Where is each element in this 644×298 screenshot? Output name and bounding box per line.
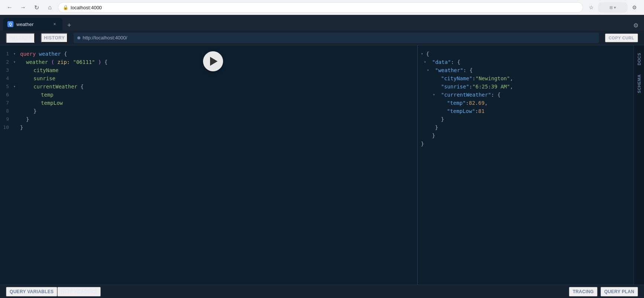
resp-line-close-cw: } xyxy=(418,115,634,123)
reload-button[interactable]: ↻ xyxy=(31,2,42,13)
resp-line-data-fold: ▾ "data" : { xyxy=(418,58,634,66)
resp-sep-3: : xyxy=(466,99,469,107)
fold-arrow-5[interactable]: ▾ xyxy=(13,82,19,91)
bottom-bar-right: TRACING QUERY PLAN xyxy=(569,287,638,297)
fold-arrow-1[interactable]: ▾ xyxy=(13,50,19,58)
resp-key-cityname: "cityName" xyxy=(441,74,472,82)
resp-key-data: "data" xyxy=(432,58,451,66)
resp-line-weather-fold: ▾ "weather" : { xyxy=(418,66,634,74)
brace-2: { xyxy=(104,59,107,65)
code-content-7: tempLow xyxy=(19,99,417,107)
brace-close-8: } xyxy=(33,108,36,114)
field-weather: weather xyxy=(26,59,48,65)
resp-fold-arrow[interactable]: ▾ xyxy=(421,50,426,58)
resp-val-cityname: "Newington" xyxy=(476,74,510,82)
query-variables-tab[interactable]: QUERY VARIABLES xyxy=(6,287,57,297)
schema-tab[interactable]: SCHEMA xyxy=(635,70,644,98)
resp-key-sunrise: "sunrise" xyxy=(441,82,469,91)
prettify-button[interactable]: PRETTIFY xyxy=(6,33,35,43)
execute-query-button[interactable] xyxy=(203,51,223,71)
field-sunrise: sunrise xyxy=(33,75,55,81)
tab-favicon: Q xyxy=(7,21,13,27)
resp-line-temp: "temp" : 82.69 , xyxy=(418,99,634,107)
line-num-8: 8 xyxy=(0,107,13,115)
resp-line-cityname: "cityName" : "Newington" , xyxy=(418,74,634,82)
line-num-2: 2 xyxy=(0,58,13,66)
resp-line-close-weather: } xyxy=(418,123,634,132)
resp-line-cw: ▾ "currentWeather" : { xyxy=(418,91,634,99)
bookmark-button[interactable]: ☆ xyxy=(586,2,596,13)
docs-tab[interactable]: DOCS xyxy=(635,48,644,70)
resp-brace-root-open: { xyxy=(426,50,429,58)
line-num-5: 5 xyxy=(0,82,13,91)
tab-settings-button[interactable]: ⚙ xyxy=(631,20,641,30)
arg-zip-val: "06111" xyxy=(73,59,95,65)
copy-curl-button[interactable]: COPY CURL xyxy=(605,33,638,42)
back-button[interactable]: ← xyxy=(4,2,15,13)
resp-brace-close-weather: } xyxy=(435,123,438,132)
play-icon xyxy=(210,57,218,66)
arg-zip: zip: xyxy=(57,59,70,65)
resp-line-templow: "tempLow" : 81 xyxy=(418,107,634,115)
field-cityname: cityName xyxy=(33,67,58,73)
fold-arrow-2[interactable]: ▾ xyxy=(13,58,19,66)
line-num-6: 6 xyxy=(0,91,13,99)
resp-line-close-root: } xyxy=(418,140,634,148)
new-tab-button[interactable]: + xyxy=(64,20,74,30)
paren-open: ( xyxy=(51,59,54,65)
code-line-7: 7 tempLow xyxy=(0,99,417,107)
resp-fold-data[interactable]: ▾ xyxy=(424,58,429,66)
line-num-3: 3 xyxy=(0,66,13,74)
paren-close: ) xyxy=(98,59,101,65)
resp-comma-3: , xyxy=(484,99,487,107)
resp-val-temp: 82.69 xyxy=(469,99,484,107)
line-num-9: 9 xyxy=(0,115,13,123)
brace-open-1: { xyxy=(64,51,67,57)
toolbar: PRETTIFY HISTORY http://localhost:4000/ … xyxy=(0,30,644,45)
query-plan-tab[interactable]: QUERY PLAN xyxy=(600,287,638,297)
resp-colon-weather: : { xyxy=(463,66,473,74)
resp-colon-data: : { xyxy=(451,58,460,66)
main-content: 1 ▾ query weather { 2 ▾ weather ( zip: "… xyxy=(0,45,644,285)
resp-fold-cw[interactable]: ▾ xyxy=(433,91,438,99)
address-bar[interactable]: 🔒 localhost:4000 xyxy=(58,2,583,13)
resp-val-templow: 81 xyxy=(478,107,484,115)
tab-title: weather xyxy=(16,22,33,27)
resp-key-cw: "currentWeather" xyxy=(441,91,491,99)
lock-icon: 🔒 xyxy=(63,5,68,10)
http-headers-tab[interactable]: HTTP HEADERS xyxy=(57,287,101,297)
resp-val-sunrise: "6:25:39 AM" xyxy=(472,82,510,91)
code-line-8: 8 } xyxy=(0,107,417,115)
field-templow: tempLow xyxy=(41,100,63,106)
code-content-10: } xyxy=(19,123,417,132)
home-button[interactable]: ⌂ xyxy=(45,2,55,13)
history-button[interactable]: HISTORY xyxy=(41,33,68,43)
resp-fold-weather[interactable]: ▾ xyxy=(427,66,432,74)
resp-key-temp: "temp" xyxy=(447,99,466,107)
settings-button[interactable]: ⚙ xyxy=(629,2,640,13)
tab-close-button[interactable]: × xyxy=(51,21,58,27)
keyword-query: query xyxy=(20,51,36,57)
code-line-9: 9 } xyxy=(0,115,417,123)
code-line-10: 10 } xyxy=(0,123,417,132)
forward-button[interactable]: → xyxy=(18,2,28,13)
browser-chrome: ← → ↻ ⌂ 🔒 localhost:4000 ☆ ⊞ ▾ ⚙ xyxy=(0,0,644,15)
resp-key-weather: "weather" xyxy=(435,66,463,74)
resp-comma-2: , xyxy=(510,82,513,91)
line-num-4: 4 xyxy=(0,74,13,82)
code-line-5: 5 ▾ currentWeather { xyxy=(0,82,417,91)
field-temp: temp xyxy=(41,92,54,98)
url-text: http://localhost:4000/ xyxy=(83,35,595,41)
url-bar[interactable]: http://localhost:4000/ xyxy=(74,33,599,43)
tab-weather[interactable]: Q weather × xyxy=(3,18,62,30)
tracing-tab[interactable]: TRACING xyxy=(569,287,598,297)
line-num-1: 1 xyxy=(0,50,13,58)
query-editor[interactable]: 1 ▾ query weather { 2 ▾ weather ( zip: "… xyxy=(0,45,417,285)
brace-close-9: } xyxy=(26,116,29,122)
code-content-4: sunrise xyxy=(19,74,417,82)
code-content-6: temp xyxy=(19,91,417,99)
tab-bar-settings: ⚙ xyxy=(631,20,641,30)
resp-sep-2: : xyxy=(469,82,472,91)
extensions-button[interactable]: ⊞ ▾ xyxy=(598,2,628,13)
side-tabs: DOCS SCHEMA xyxy=(634,45,644,285)
